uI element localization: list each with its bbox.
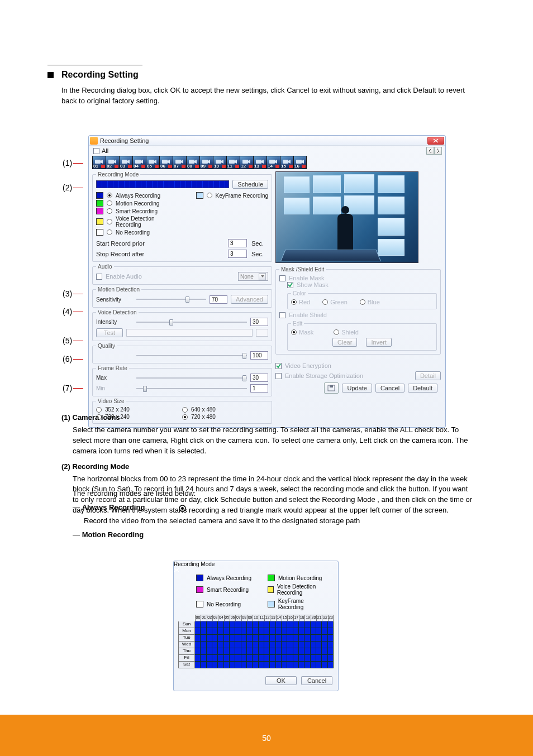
schedule-cell[interactable]: [230, 642, 235, 648]
schedule-cell[interactable]: [224, 642, 230, 648]
schedule-cell[interactable]: [276, 621, 282, 628]
radio-motion[interactable]: [107, 200, 112, 206]
schedule-cell[interactable]: [282, 628, 287, 635]
schedule-cell[interactable]: [259, 635, 264, 642]
schedule-cell[interactable]: [195, 648, 201, 655]
schedule-cell[interactable]: [304, 662, 310, 668]
schedule-cell[interactable]: [293, 648, 299, 655]
schedule-cell[interactable]: [328, 648, 334, 655]
scroll-left-button[interactable]: [426, 147, 434, 155]
schedule-cell[interactable]: [322, 648, 327, 655]
max-fps-value[interactable]: 30: [250, 374, 268, 382]
schedule-cell[interactable]: [218, 621, 223, 628]
schedule-cell[interactable]: [212, 662, 218, 668]
camera-thumb-13[interactable]: 13: [253, 156, 266, 169]
schedule-cell[interactable]: [247, 655, 253, 662]
schedule-cell[interactable]: [293, 621, 299, 628]
schedule-cell[interactable]: [299, 648, 304, 655]
quality-slider[interactable]: [136, 352, 247, 360]
schedule-cell[interactable]: [322, 662, 327, 668]
test-button[interactable]: Test: [96, 328, 123, 337]
camera-thumb-3[interactable]: 03: [119, 156, 132, 169]
storage-opt-checkbox[interactable]: [275, 373, 282, 379]
cancel-button[interactable]: Cancel: [375, 384, 404, 393]
schedule-cell[interactable]: [293, 642, 299, 648]
schedule-cell[interactable]: [218, 662, 223, 668]
min-fps-slider[interactable]: [136, 385, 247, 393]
schedule-cell[interactable]: [201, 642, 206, 648]
camera-thumb-1[interactable]: 01: [92, 156, 106, 169]
sched-row[interactable]: Thu: [178, 648, 334, 655]
schedule-cell[interactable]: [287, 628, 293, 635]
schedule-cell[interactable]: [195, 642, 201, 648]
cancel-button[interactable]: Cancel: [301, 676, 332, 685]
schedule-cell[interactable]: [253, 635, 258, 642]
schedule-cell[interactable]: [201, 635, 206, 642]
radio-color[interactable]: [360, 299, 365, 305]
schedule-cell[interactable]: [299, 628, 304, 635]
schedule-cell[interactable]: [259, 621, 264, 628]
schedule-cell[interactable]: [304, 648, 310, 655]
radio-voice[interactable]: [107, 219, 112, 224]
sched-row[interactable]: Sun: [178, 621, 334, 628]
schedule-cell[interactable]: [207, 648, 212, 655]
sched-row[interactable]: Tue: [178, 635, 334, 642]
radio-keyframe[interactable]: [207, 193, 212, 198]
sched-row[interactable]: Fri: [178, 655, 334, 662]
camera-thumb-10[interactable]: 10: [213, 156, 226, 169]
schedule-cell[interactable]: [253, 655, 258, 662]
sched-legend-item[interactable]: No Recording: [196, 598, 258, 610]
schedule-cell[interactable]: [316, 628, 322, 635]
schedule-cell[interactable]: [253, 648, 258, 655]
schedule-cell[interactable]: [247, 635, 253, 642]
schedule-cell[interactable]: [316, 662, 322, 668]
schedule-cell[interactable]: [299, 621, 304, 628]
radio-smart[interactable]: [107, 208, 112, 214]
schedule-cell[interactable]: [264, 621, 270, 628]
schedule-cell[interactable]: [304, 655, 310, 662]
schedule-button[interactable]: Schedule: [232, 180, 268, 189]
mode-voice[interactable]: Voice Detection Recording: [96, 216, 182, 228]
schedule-cell[interactable]: [212, 635, 218, 642]
schedule-cell[interactable]: [224, 655, 230, 662]
mode-none[interactable]: No Recording: [96, 229, 182, 236]
audio-dropdown[interactable]: None: [238, 272, 268, 281]
schedule-cell[interactable]: [224, 628, 230, 635]
schedule-cell[interactable]: [247, 648, 253, 655]
max-fps-slider[interactable]: [136, 374, 247, 382]
schedule-cell[interactable]: [218, 628, 223, 635]
radio-edit[interactable]: [291, 329, 297, 335]
camera-thumb-6[interactable]: 06: [159, 156, 173, 169]
schedule-cell[interactable]: [230, 655, 235, 662]
schedule-cell[interactable]: [253, 642, 258, 648]
schedule-cell[interactable]: [224, 648, 230, 655]
schedule-cell[interactable]: [293, 635, 299, 642]
camera-thumb-4[interactable]: 04: [132, 156, 146, 169]
schedule-cell[interactable]: [259, 662, 264, 668]
camera-thumb-16[interactable]: 16: [293, 156, 307, 169]
radio-always[interactable]: [107, 193, 112, 198]
schedule-cell[interactable]: [224, 662, 230, 668]
schedule-cell[interactable]: [311, 621, 316, 628]
schedule-cell[interactable]: [311, 662, 316, 668]
schedule-cell[interactable]: [230, 621, 235, 628]
sched-row[interactable]: Mon: [178, 628, 334, 635]
schedule-cell[interactable]: [195, 635, 201, 642]
schedule-cell[interactable]: [316, 621, 322, 628]
schedule-cell[interactable]: [218, 635, 223, 642]
radio-color[interactable]: [322, 299, 328, 305]
schedule-cell[interactable]: [247, 621, 253, 628]
sensitivity-value[interactable]: 70: [210, 295, 227, 304]
schedule-cell[interactable]: [316, 642, 322, 648]
schedule-cell[interactable]: [282, 662, 287, 668]
video-encryption-checkbox[interactable]: [275, 363, 282, 369]
schedule-cell[interactable]: [287, 662, 293, 668]
schedule-cell[interactable]: [287, 655, 293, 662]
schedule-cell[interactable]: [218, 655, 223, 662]
schedule-cell[interactable]: [247, 662, 253, 668]
schedule-cell[interactable]: [282, 648, 287, 655]
sched-row[interactable]: Wed: [178, 642, 334, 648]
camera-thumb-15[interactable]: 15: [280, 156, 293, 169]
schedule-cell[interactable]: [195, 621, 201, 628]
schedule-cell[interactable]: [276, 662, 282, 668]
